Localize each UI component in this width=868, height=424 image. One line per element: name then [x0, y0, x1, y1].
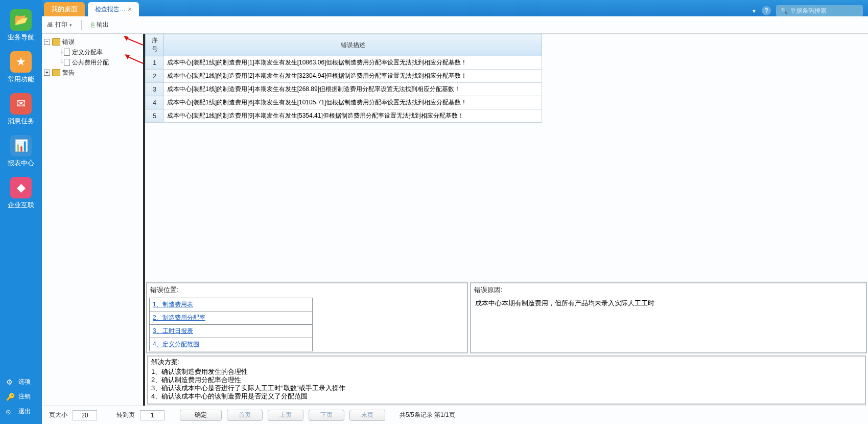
exit-button[interactable]: ⎋退出: [0, 404, 42, 419]
row-seq: 4: [146, 96, 164, 109]
barcode-search[interactable]: 🔍: [776, 5, 863, 16]
tab-report-label: 检查报告…: [95, 5, 126, 14]
solution-title: 解决方案:: [151, 358, 862, 367]
nav-label: 报表中心: [8, 159, 34, 168]
nav-label: 业务导航: [8, 33, 34, 42]
export-icon: ⎘: [91, 21, 95, 29]
nav-messages[interactable]: ✉ 消息任务: [0, 88, 42, 130]
tree-errors-node[interactable]: − 错误: [44, 37, 141, 47]
table-row[interactable]: 3成本中心[装配1线]的制造费用[4]本期发生有发生[268.89]但根据制造费…: [146, 83, 542, 96]
logout-label: 注销: [18, 392, 31, 401]
row-seq: 1: [146, 56, 164, 70]
right-pane: 序号 错误描述 1成本中心[装配1线]的制造费用[1]本期发生有发生[10863…: [145, 34, 868, 406]
nav-favorites[interactable]: ★ 常用功能: [0, 46, 42, 88]
folder-icon: 📂: [10, 9, 32, 31]
tree-item-public-cost[interactable]: └ 公共费用分配: [59, 57, 141, 68]
topbar-right: ▼ ? 🔍: [752, 5, 868, 16]
tree-item-label: 定义分配率: [72, 48, 103, 57]
tab-bar: 我的桌面 检查报告… × ▼ ? 🔍: [42, 0, 868, 16]
solution-line: 2、确认制造费用分配率合理性: [151, 376, 862, 384]
nav-label: 常用功能: [8, 75, 34, 84]
tab-desktop[interactable]: 我的桌面: [44, 2, 85, 16]
tab-report[interactable]: 检查报告… ×: [88, 2, 139, 16]
options-label: 选项: [18, 377, 31, 386]
col-seq[interactable]: 序号: [146, 34, 164, 56]
logout-button[interactable]: 🔑注销: [0, 389, 42, 404]
solution-panel: 解决方案: 1、确认该制造费用发生的合理性2、确认制造费用分配率合理性3、确认该…: [147, 355, 866, 405]
reason-title: 错误原因:: [471, 283, 866, 297]
expand-icon[interactable]: +: [44, 70, 50, 76]
first-page-button[interactable]: 首页: [227, 410, 263, 421]
separator: [81, 20, 82, 30]
pager-bar: 页大小 转到页 确定 首页 上页 下页 末页 共5/5条记录 第1/1页: [42, 406, 868, 424]
next-page-button[interactable]: 下页: [309, 410, 344, 421]
nav-reports[interactable]: 📊 报表中心: [0, 130, 42, 172]
error-table: 序号 错误描述 1成本中心[装配1线]的制造费用[1]本期发生有发生[10863…: [145, 34, 542, 123]
print-button[interactable]: 🖶 打印 ▾: [47, 20, 72, 29]
tree-errors-label: 错误: [62, 38, 75, 47]
main-area: 我的桌面 检查报告… × ▼ ? 🔍 🖶 打印 ▾ ⎘ 输出: [42, 0, 868, 424]
row-desc: 成本中心[装配1线]的制造费用[2]本期发生有发生[32304.94]但根据制造…: [164, 70, 542, 83]
table-row[interactable]: 5成本中心[装配1线]的制造费用[9]本期发生有发生[5354.41]但根据制造…: [146, 109, 542, 123]
error-reason-panel: 错误原因: 成本中心本期有制造费用，但所有产品均未录入实际人工工时: [470, 282, 867, 353]
location-link[interactable]: 3、工时日报表: [153, 327, 193, 334]
export-label: 输出: [97, 20, 109, 29]
solution-line: 1、确认该制造费用发生的合理性: [151, 368, 862, 376]
row-seq: 2: [146, 70, 164, 83]
exit-icon: ⎋: [6, 408, 15, 416]
collapse-icon[interactable]: −: [44, 39, 50, 45]
page-summary: 共5/5条记录 第1/1页: [400, 411, 455, 419]
row-desc: 成本中心[装配1线]的制造费用[4]本期发生有发生[268.89]但根据制造费用…: [164, 83, 542, 96]
star-icon: ★: [10, 51, 32, 73]
solution-line: 3、确认该成本中心是否进行了实际人工工时“取数”或手工录入操作: [151, 384, 862, 392]
tree-connector: ├: [59, 49, 63, 56]
folder-icon: [52, 69, 60, 76]
confirm-button[interactable]: 确定: [180, 410, 222, 421]
location-link[interactable]: 2、制造费用分配率: [153, 314, 205, 321]
key-icon: 🔑: [6, 393, 15, 401]
lower-panels: 错误位置: 1、制造费用表2、制造费用分配率3、工时日报表4、定义分配范围 错误…: [145, 281, 868, 354]
tree-pane: − 错误 ├ 定义分配率 └ 公共费用分配 + 警告: [42, 34, 145, 406]
prev-page-button[interactable]: 上页: [268, 410, 303, 421]
search-icon: 🔍: [780, 7, 788, 14]
gear-icon: ⚙: [6, 378, 15, 386]
page-size-label: 页大小: [49, 411, 67, 419]
close-icon[interactable]: ×: [128, 5, 135, 12]
mail-icon: ✉: [10, 93, 32, 115]
row-seq: 3: [146, 83, 164, 96]
page-size-input[interactable]: [73, 410, 97, 420]
chart-icon: 📊: [10, 135, 32, 157]
chevron-down-icon[interactable]: ▼: [752, 8, 757, 14]
location-link[interactable]: 1、制造费用表: [153, 301, 193, 308]
print-label: 打印: [55, 20, 67, 29]
options-button[interactable]: ⚙选项: [0, 374, 42, 389]
sidebar-bottom: ⚙选项 🔑注销 ⎋退出: [0, 374, 42, 424]
help-icon[interactable]: ?: [762, 6, 771, 15]
tree-item-label: 公共费用分配: [72, 58, 109, 67]
col-desc[interactable]: 错误描述: [164, 34, 542, 56]
row-desc: 成本中心[装配1线]的制造费用[1]本期发生有发生[10863.06]但根据制造…: [164, 56, 542, 70]
tree-warnings-node[interactable]: + 警告: [44, 68, 141, 78]
last-page-button[interactable]: 末页: [349, 410, 385, 421]
search-input[interactable]: [790, 7, 859, 14]
exit-label: 退出: [18, 407, 31, 416]
tree-connector: └: [59, 59, 63, 66]
folder-icon: [52, 38, 60, 46]
reason-body: 成本中心本期有制造费用，但所有产品均未录入实际人工工时: [471, 297, 866, 310]
tree-item-alloc-rate[interactable]: ├ 定义分配率: [59, 47, 141, 57]
document-icon: [64, 59, 70, 66]
location-title: 错误位置:: [147, 283, 467, 297]
table-row[interactable]: 1成本中心[装配1线]的制造费用[1]本期发生有发生[10863.06]但根据制…: [146, 56, 542, 70]
nav-business[interactable]: 📂 业务导航: [0, 4, 42, 46]
row-desc: 成本中心[装配1线]的制造费用[9]本期发生有发生[5354.41]但根据制造费…: [164, 109, 542, 123]
location-link[interactable]: 4、定义分配范围: [153, 341, 199, 348]
table-row[interactable]: 4成本中心[装配1线]的制造费用[6]本期发生有发生[10105.71]但根据制…: [146, 96, 542, 109]
error-table-wrap: 序号 错误描述 1成本中心[装配1线]的制造费用[1]本期发生有发生[10863…: [145, 34, 868, 123]
left-sidebar: 📂 业务导航 ★ 常用功能 ✉ 消息任务 📊 报表中心 ◆ 企业互联 ⚙选项 🔑…: [0, 0, 42, 424]
location-table: 1、制造费用表2、制造费用分配率3、工时日报表4、定义分配范围: [149, 298, 313, 351]
table-row[interactable]: 2成本中心[装配1线]的制造费用[2]本期发生有发生[32304.94]但根据制…: [146, 70, 542, 83]
nav-enterprise[interactable]: ◆ 企业互联: [0, 172, 42, 214]
error-location-panel: 错误位置: 1、制造费用表2、制造费用分配率3、工时日报表4、定义分配范围: [146, 282, 468, 353]
goto-page-input[interactable]: [140, 410, 165, 420]
export-button[interactable]: ⎘ 输出: [91, 20, 109, 29]
